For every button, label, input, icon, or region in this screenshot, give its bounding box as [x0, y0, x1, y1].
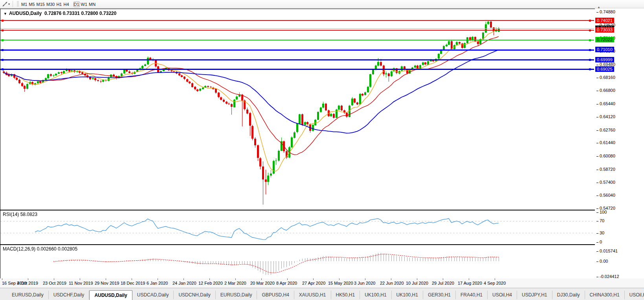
rsi-indicator-panel[interactable]: RSI(14) 58.0823 [0, 210, 595, 245]
date-label: 2 Mar 2020 [224, 281, 246, 285]
date-label: 20 Mar 2020 [250, 281, 275, 285]
timeframe-button-m5[interactable]: M5 [28, 2, 35, 7]
chart-tab-bar: EURUSD,DailyUSDCHF,DailyAUDUSD,DailyUSDC… [0, 288, 644, 300]
time-tick [443, 278, 443, 280]
chart-tab-hk50-h1[interactable]: HK50,H1 [331, 291, 360, 299]
candlestick-chart-canvas[interactable] [0, 9, 594, 209]
timeframe-button-m30[interactable]: M30 [46, 2, 55, 7]
chart-tab-usdcnh-daily[interactable]: USDCNH,Daily [174, 291, 215, 299]
chart-title: ▼AUDUSD,Daily 0.72876 0.73331 0.72800 0.… [4, 11, 116, 16]
price-tick-label: 0.66800 [596, 88, 615, 93]
chart-tab-uk100-h1[interactable]: UK100,H1 [360, 291, 391, 299]
hline-price-badge: 0.69999 [595, 57, 614, 62]
date-label: 17 Aug 2020 [458, 281, 482, 285]
chart-tab-usdcad-daily[interactable]: USDCAD,Daily [132, 291, 174, 299]
time-tick [469, 278, 469, 280]
timeframe-button-mn[interactable]: MN [88, 2, 96, 7]
crosshair-tool-icon[interactable]: ▾ [0, 0, 11, 7]
time-tick [391, 278, 391, 280]
timeframe-button-h4[interactable]: H4 [63, 2, 69, 7]
price-tick-label: 0.56040 [596, 193, 615, 198]
macd-tick-label: 0.015741 [596, 249, 618, 254]
price-tick-label: 0.58720 [596, 167, 615, 172]
macd-indicator-panel[interactable]: MACD(12,26,9) 0.002660 0.002805 [0, 245, 595, 279]
price-tick-label: 0.61440 [596, 140, 615, 145]
price-tick-label: 0.62760 [596, 128, 615, 133]
chart-tab-usdchf-daily[interactable]: USDCHF,Daily [49, 291, 90, 299]
timeframe-button-m15[interactable]: M15 [36, 2, 45, 7]
timeframe-button-group: M1M5M15M30H1H4D1W1MN [20, 0, 96, 8]
macd-chart-canvas[interactable] [0, 245, 594, 278]
chart-tab-dj30-daily[interactable]: DJ30,Daily [552, 291, 585, 299]
chart-tab-audusd-daily[interactable]: AUDUSD,Daily [89, 290, 132, 300]
price-tick-label: 0.65440 [596, 101, 615, 106]
time-tick [28, 278, 28, 280]
hline-price-badge: 0.73033 [595, 27, 614, 33]
date-label: 10 Jul 2020 [406, 281, 428, 285]
chart-tab-xauusd-h1[interactable]: XAUUSD,H1 [294, 291, 331, 299]
price-tick-label: 0.60080 [596, 154, 615, 159]
price-tick-label: 0.68160 [596, 75, 615, 80]
date-label: 6 Jan 2020 [147, 281, 168, 285]
time-axis[interactable]: 16 Sep 20194 Oct 201923 Oct 201911 Nov 2… [0, 278, 644, 288]
chart-tab-uk100-h1[interactable]: UK100,H1 [392, 291, 423, 299]
hline-price-badge: 0.71010 [595, 47, 614, 52]
chart-tab-usdjpy-h1[interactable]: USDJPY,H1 [517, 291, 552, 299]
chart-tab-usoil-h1[interactable]: USOil,H1 [625, 291, 644, 299]
time-tick [209, 278, 210, 280]
axis-up-arrow-icon: ▲ [597, 5, 600, 9]
timeframe-button-d1[interactable]: D1 [73, 2, 80, 7]
macd-label: MACD(12,26,9) 0.002660 0.002805 [3, 246, 77, 252]
date-label: 4 Oct 2019 [17, 281, 38, 285]
chart-tab-usoil-h4[interactable]: USOil,H4 [488, 291, 517, 299]
date-label: 11 Nov 2019 [69, 281, 93, 285]
price-axis[interactable]: ▲ 0.748800.735200.721600.708400.694800.6… [595, 9, 644, 278]
macd-tick-label: 0.00 [596, 259, 608, 264]
top-toolbar: ▾ M1M5M15M30H1H4D1W1MN [0, 0, 644, 8]
time-tick [261, 278, 262, 280]
timeframe-button-w1[interactable]: W1 [81, 2, 88, 7]
time-tick [106, 278, 106, 280]
time-tick [158, 278, 158, 280]
time-tick [132, 278, 132, 280]
chart-tab-fra40-h1[interactable]: FRA40,H1 [456, 291, 488, 299]
date-label: 27 Apr 2020 [302, 281, 325, 285]
rsi-label: RSI(14) 58.0823 [3, 212, 37, 217]
time-tick [235, 278, 236, 280]
date-label: 3 Jun 2020 [354, 281, 375, 285]
chart-tab-china300-h1[interactable]: CHINA300,H1 [585, 291, 625, 299]
chart-tab-gbpusd-h4[interactable]: GBPUSD,H4 [257, 291, 294, 299]
rsi-chart-canvas[interactable] [0, 210, 594, 243]
time-tick [2, 278, 2, 280]
date-label: 15 May 2020 [328, 281, 353, 285]
chart-ohlc-values: 0.72876 0.73331 0.72800 0.73220 [44, 11, 117, 16]
chart-tab-eurusd-daily[interactable]: EURUSD,Daily [216, 291, 257, 299]
timeframe-button-h1[interactable]: H1 [56, 2, 62, 7]
chart-tab-eurusd-daily[interactable]: EURUSD,Daily [7, 291, 49, 299]
mt4-window: { "icons": { "crosshair_tool": "crosshai… [0, 0, 644, 300]
date-label: 12 Feb 2020 [198, 281, 223, 285]
timeframe-button-m1[interactable]: M1 [21, 2, 28, 7]
date-label: 18 Dec 2019 [121, 281, 145, 285]
time-tick [287, 278, 288, 280]
hline-price-badge: 0.69025 [595, 66, 614, 72]
chart-tab-ger30-h1[interactable]: GER30,H1 [423, 291, 456, 299]
rsi-tick-label: 100 [596, 210, 607, 215]
hline-price-badge: 0.74021 [595, 18, 614, 23]
time-tick [80, 278, 80, 280]
time-tick [313, 278, 314, 280]
time-tick [54, 278, 54, 280]
chart-symbol-label: AUDUSD,Daily [9, 11, 42, 16]
price-tick-label: 0.57400 [596, 180, 615, 185]
rsi-tick-label: 0 [596, 240, 602, 245]
toolbar-grip-handle[interactable] [17, 1, 19, 7]
collapse-arrow-icon[interactable]: ▼ [4, 12, 7, 16]
price-chart-panel[interactable]: ▼AUDUSD,Daily 0.72876 0.73331 0.72800 0.… [0, 9, 595, 210]
date-label: 29 Nov 2019 [95, 281, 119, 285]
time-tick [417, 278, 417, 280]
time-tick [495, 278, 495, 280]
date-label: 8 Apr 2020 [276, 281, 297, 285]
date-label: 4 Sep 2020 [484, 281, 506, 285]
caret-down-icon[interactable]: ▾ [8, 2, 10, 6]
date-label: 22 Jun 2020 [380, 281, 404, 285]
